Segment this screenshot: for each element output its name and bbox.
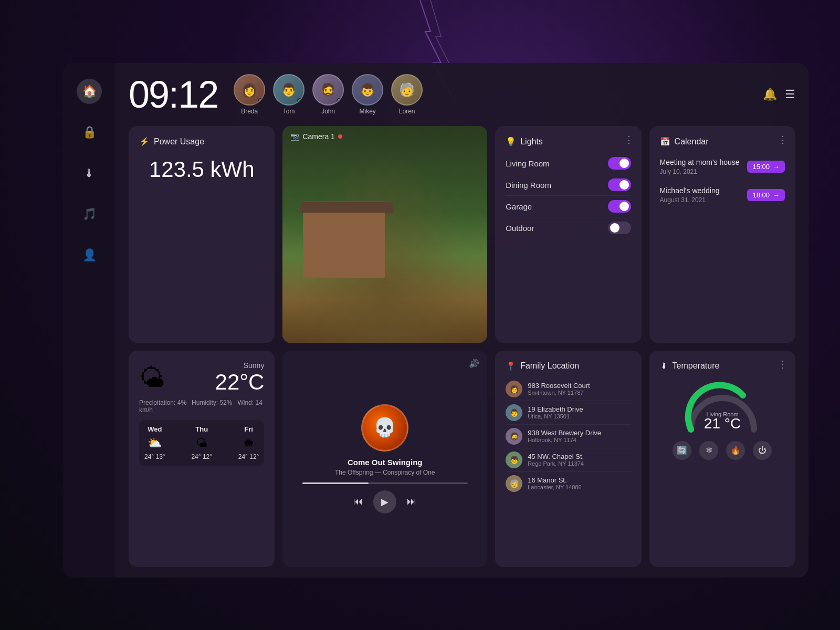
loc-address-4: 16 Manor St.	[528, 476, 582, 484]
menu-icon[interactable]: ☰	[785, 88, 795, 101]
temp-heat-btn[interactable]: 🔥	[726, 441, 745, 460]
content-area: 09:12 👩 Breda 👨 Tom	[116, 63, 808, 578]
light-name-outdoor: Outdoor	[506, 224, 534, 233]
main-panel: 🏠 🔒 🌡 🎵 👤 09:12 👩 Breda 👨	[63, 63, 808, 578]
location-item-4: 🧓 16 Manor St. Lancaster, NY 14086	[506, 472, 631, 495]
loc-address-0: 983 Roosevelt Court	[528, 382, 590, 390]
cal-time-0[interactable]: 15:00 →	[747, 161, 785, 173]
avatar-name-tom: Tom	[283, 108, 295, 115]
loc-city-4: Lancaster, NY 14086	[528, 484, 582, 490]
avatar-name-john: John	[321, 108, 335, 115]
loc-avatar-0: 👩	[506, 381, 522, 397]
prev-button[interactable]: ⏮	[353, 496, 363, 507]
cal-event-date-1: August 31, 2021	[660, 196, 720, 204]
forecast-wed: Wed ⛅ 24° 13°	[144, 425, 165, 460]
light-name-living: Living Room	[506, 159, 549, 168]
light-name-garage: Garage	[506, 202, 532, 211]
recording-dot	[338, 134, 342, 139]
family-location-card: 📍 Family Location 👩 983 Roosevelt Court …	[495, 351, 641, 568]
loc-city-0: Smithtown, NY 11787	[528, 390, 590, 396]
arrow-icon-0: →	[773, 163, 780, 171]
avatar-john[interactable]: 🧔 John	[312, 74, 344, 115]
forecast-icon-wed: ⛅	[148, 436, 162, 450]
weather-details: Precipitation: 4% Humidity: 52% Wind: 14…	[139, 399, 264, 414]
loc-city-1: Utica, NY 13501	[528, 413, 583, 419]
avatar-breda[interactable]: 👩 Breda	[234, 74, 265, 115]
loc-address-3: 45 NW. Chapel St.	[528, 453, 584, 460]
toggle-garage[interactable]	[608, 200, 631, 213]
weather-forecast: Wed ⛅ 24° 13° Thu 🌤 24° 12°	[139, 420, 264, 466]
album-art	[361, 404, 408, 452]
light-row-garage: Garage	[506, 196, 631, 217]
sidebar-item-profile[interactable]: 👤	[77, 243, 102, 268]
forecast-day-thu: Thu	[195, 425, 208, 433]
weather-condition: Sunny	[215, 361, 265, 370]
notifications-icon[interactable]: 🔔	[763, 88, 777, 101]
cal-event-title-0: Meeting at mom's house	[660, 158, 740, 166]
loc-avatar-4: 🧓	[506, 475, 522, 492]
temp-power-btn[interactable]: ⏻	[753, 441, 772, 460]
location-icon: 📍	[506, 361, 516, 371]
cal-event-title-1: Michael's wedding	[660, 186, 720, 195]
avatar-tom[interactable]: 👨 Tom	[273, 74, 304, 115]
light-row-living: Living Room	[506, 153, 631, 174]
camera-feed[interactable]	[282, 126, 487, 343]
sidebar: 🏠 🔒 🌡 🎵 👤	[63, 63, 116, 578]
light-row-outdoor: Outdoor	[506, 217, 631, 238]
loc-address-1: 19 Elizabeth Drive	[528, 405, 583, 413]
loc-address-2: 938 West Brewery Drive	[528, 429, 601, 437]
cal-time-1[interactable]: 18:00 →	[747, 189, 785, 201]
toggle-living[interactable]	[608, 157, 631, 170]
toggle-outdoor[interactable]	[608, 222, 631, 234]
forecast-day-fri: Fri	[244, 425, 253, 433]
sidebar-item-climate[interactable]: 🌡	[77, 161, 102, 186]
calendar-event-1: Michael's wedding August 31, 2021 18:00 …	[660, 181, 785, 209]
next-button[interactable]: ⏭	[407, 496, 416, 507]
toggle-dining[interactable]	[608, 178, 631, 191]
temperature-menu[interactable]: ⋮	[778, 359, 788, 370]
status-dot-tom	[297, 98, 302, 103]
temperature-card: 🌡 Temperature ⋮ Living Room 21 °C	[649, 351, 795, 568]
loc-info-1: 19 Elizabeth Drive Utica, NY 13501	[528, 405, 583, 419]
lights-menu[interactable]: ⋮	[624, 134, 634, 145]
weather-right: Sunny 22°C	[215, 361, 265, 395]
loc-avatar-3: 👦	[506, 452, 522, 468]
clock-display: 09:12	[129, 73, 218, 116]
calendar-title: 📅 Calendar	[660, 136, 785, 146]
play-button[interactable]: ▶	[373, 490, 396, 513]
temp-refresh-btn[interactable]: 🔄	[673, 441, 691, 460]
forecast-temps-thu: 24° 12°	[191, 453, 212, 460]
camera-card: 📷 Camera 1	[282, 126, 487, 343]
power-usage-title: ⚡ Power Usage	[139, 136, 264, 146]
svg-text:21 °C: 21 °C	[704, 415, 741, 432]
location-item-3: 👦 45 NW. Chapel St. Rego Park, NY 11374	[506, 448, 631, 472]
sidebar-item-security[interactable]: 🔒	[77, 120, 102, 145]
temperature-title: 🌡 Temperature	[660, 361, 785, 371]
sidebar-item-music[interactable]: 🎵	[77, 202, 102, 227]
song-title: Come Out Swinging	[348, 458, 423, 467]
lights-card: 💡 Lights ⋮ Living Room Dining Room Garag…	[495, 126, 641, 343]
avatar-mikey[interactable]: 👦 Mikey	[352, 74, 383, 115]
location-item-2: 🧔 938 West Brewery Drive Holbrook, NY 11…	[506, 425, 631, 448]
avatar-loren[interactable]: 🧓 Loren	[391, 74, 423, 115]
calendar-event-0: Meeting at mom's house July 10, 2021 15:…	[660, 153, 785, 181]
forecast-day-wed: Wed	[148, 425, 162, 433]
sidebar-item-home[interactable]: 🏠	[77, 79, 102, 104]
avatar-name-loren: Loren	[399, 108, 415, 115]
song-artist: The Offspring — Conspiracy of One	[335, 469, 435, 476]
precipitation-text: Precipitation: 4%	[139, 399, 186, 406]
user-avatars: 👩 Breda 👨 Tom 🧔	[234, 74, 423, 115]
camera-scene	[282, 126, 487, 343]
volume-icon[interactable]: 🔊	[469, 359, 479, 369]
power-usage-card: ⚡ Power Usage 123.5 kWh	[129, 126, 275, 343]
temp-cool-btn[interactable]: ❄	[699, 441, 718, 460]
forecast-temps-wed: 24° 13°	[144, 453, 165, 460]
temp-controls: 🔄 ❄ 🔥 ⏻	[660, 441, 785, 460]
header: 09:12 👩 Breda 👨 Tom	[129, 74, 795, 116]
weather-icon-main: 🌤	[139, 363, 165, 393]
cal-event-date-0: July 10, 2021	[660, 168, 740, 175]
calendar-menu[interactable]: ⋮	[778, 134, 788, 145]
loc-avatar-2: 🧔	[506, 428, 522, 445]
music-progress-bar[interactable]	[302, 482, 468, 484]
weather-main: 🌤 Sunny 22°C	[139, 361, 264, 395]
